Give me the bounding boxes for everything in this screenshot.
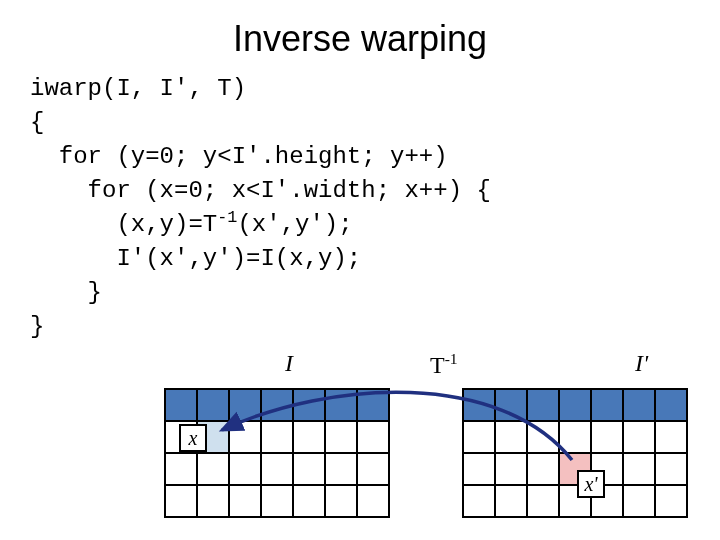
arrow-path [222, 392, 572, 460]
slide: Inverse warping iwarp(I, I', T) { for (y… [0, 0, 720, 540]
arrow-T-inverse [0, 0, 720, 540]
